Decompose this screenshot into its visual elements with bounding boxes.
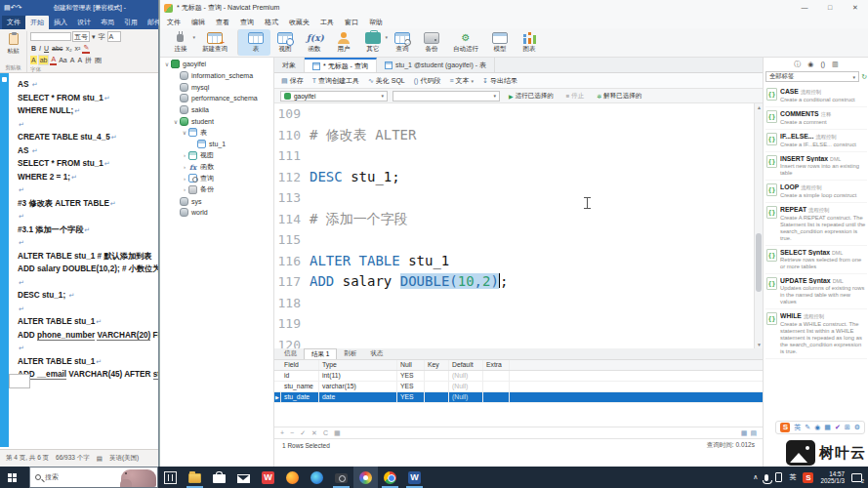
toolbar-chart-button[interactable]: 图表 xyxy=(515,29,544,56)
toolbar-user-button[interactable]: 用户 xyxy=(329,29,358,56)
sogou-tray-icon[interactable]: S xyxy=(803,472,813,483)
toolbar-model-button[interactable]: 模型 xyxy=(485,29,515,56)
tree-item-world[interactable]: world xyxy=(160,207,273,219)
tab-对象[interactable]: 对象 xyxy=(274,58,305,72)
run-selected-button[interactable]: ▶ 运行已选择的 xyxy=(505,92,558,101)
proofing-icon[interactable]: ▤ xyxy=(97,455,103,463)
toolbar-newq-button[interactable]: 新建查询 xyxy=(195,29,234,56)
result-tab-剖析[interactable]: 剖析 xyxy=(337,348,363,359)
stop-loading-icon[interactable]: ▦ xyxy=(334,429,341,437)
tree-item-sys[interactable]: sys xyxy=(160,195,273,207)
tree-item-student[interactable]: ∨student xyxy=(160,115,273,127)
menu-帮助[interactable]: 帮助 xyxy=(369,18,383,27)
table-row[interactable]: ▶stu_datedateYES(Null) xyxy=(274,392,763,403)
menu-查询[interactable]: 查询 xyxy=(240,18,254,27)
microphone-icon[interactable] xyxy=(765,474,768,481)
grid-view-icon[interactable]: ▦ xyxy=(741,429,748,437)
editor-scrollbar[interactable]: ▲ ▼ xyxy=(754,103,763,348)
pen-icon[interactable]: ✎ xyxy=(805,424,810,431)
table-row[interactable]: stu_namevarchar(15)YES(Null) xyxy=(274,382,763,392)
toolbar-conn-button[interactable]: 连接▾ xyxy=(166,29,195,56)
tree-item-gaoyifei[interactable]: ∨gaoyifei xyxy=(160,59,273,70)
snippet-UPDATE Syntax[interactable]: {}UPDATE SyntaxDMLUpdates columns of exi… xyxy=(765,274,867,309)
expander-icon[interactable]: ∨ xyxy=(163,61,171,67)
paste-icon[interactable] xyxy=(9,33,19,45)
ribbon-control[interactable]: Aa xyxy=(58,56,68,64)
menu-查看[interactable]: 查看 xyxy=(216,18,229,27)
close-button[interactable]: ✕ xyxy=(843,0,868,16)
qtool-查询创建工具[interactable]: T查询创建工具 xyxy=(312,76,359,86)
connection-select[interactable]: gaoyifei ▾ xyxy=(280,91,388,102)
column-header-Default[interactable]: Default xyxy=(449,360,483,370)
ribbon-control[interactable]: B xyxy=(30,44,37,53)
hidden-icons-chevron[interactable]: ∧ xyxy=(753,473,758,481)
column-header-Null[interactable]: Null xyxy=(397,360,425,370)
taskbar-task-view[interactable] xyxy=(158,467,183,488)
discard-changes-icon[interactable]: ✕ xyxy=(311,429,317,437)
ribbon-control[interactable]: U xyxy=(43,44,50,53)
tab-stu_1 @student (gaoyifei) - 表[interactable]: stu_1 @student (gaoyifei) - 表 xyxy=(377,58,495,72)
tree-item-mysql[interactable]: mysql xyxy=(160,81,273,93)
toolbar-backup-button[interactable]: 备份 xyxy=(417,29,446,56)
info-icon[interactable]: ⓘ xyxy=(794,60,801,69)
grid-icon[interactable]: ⊞ xyxy=(845,424,850,431)
menu-编辑[interactable]: 编辑 xyxy=(191,18,205,27)
keyboard-icon[interactable]: ▦ xyxy=(824,424,831,431)
column-header-Field[interactable]: Field xyxy=(281,360,319,370)
taskbar-firefox[interactable] xyxy=(280,467,305,488)
snippet-IF...ELSE...[interactable]: {}IF...ELSE...流程控制Create a IF...ELSE... … xyxy=(765,130,867,152)
snippet-icon[interactable]: () xyxy=(820,61,825,67)
word-tab[interactable]: 引用 xyxy=(119,16,143,29)
word-document[interactable]: AS ↵SELECT * FROM stu_1↵WHERE NULL;↵↵CRE… xyxy=(0,73,158,449)
ribbon-control[interactable]: 五号 xyxy=(72,31,90,42)
toolbar-view-button[interactable]: 视图 xyxy=(270,29,300,56)
start-button[interactable] xyxy=(0,467,29,488)
ribbon-control[interactable]: ▾ xyxy=(91,32,97,41)
database-select[interactable]: ▾ xyxy=(393,91,500,102)
connection-tree[interactable]: ∨gaoyifeiinformation_schemamysqlperforma… xyxy=(160,58,274,467)
language-indicator[interactable]: 英语(美国) xyxy=(109,454,139,463)
qtool-导出结果[interactable]: ↧导出结果 xyxy=(482,76,517,86)
expander-icon[interactable]: › xyxy=(181,186,188,192)
tag-filter-select[interactable]: 全部标签 ▾ xyxy=(765,71,859,82)
snippet-INSERT Syntax[interactable]: {}INSERT SyntaxDMLInsert new rows into a… xyxy=(765,152,867,181)
qtool-代码段[interactable]: ()代码段 xyxy=(414,76,441,86)
save-icon[interactable]: ▤ xyxy=(4,4,11,11)
tree-item-视图[interactable]: ›视图 xyxy=(160,150,273,162)
menu-工具[interactable]: 工具 xyxy=(320,18,334,27)
taskbar-edge[interactable] xyxy=(305,467,329,488)
snippet-CASE[interactable]: {}CASE流程控制Create a conditional construct xyxy=(765,85,867,107)
paste-button[interactable]: 粘贴 xyxy=(8,47,20,56)
ime-en-icon[interactable]: 英 xyxy=(794,423,801,432)
column-header-Extra[interactable]: Extra xyxy=(483,360,510,370)
taskbar-chrome[interactable] xyxy=(378,467,402,488)
toolbar-fx-button[interactable]: ƒ(x)函数 xyxy=(300,29,329,56)
add-record-icon[interactable]: + xyxy=(280,429,284,437)
ime-indicator[interactable]: 英 xyxy=(789,472,796,482)
scroll-up-icon[interactable]: ▲ xyxy=(756,104,763,110)
delete-record-icon[interactable]: − xyxy=(290,429,294,437)
toolbar-query-button[interactable]: 查询 xyxy=(388,29,417,56)
column-header-Type[interactable]: Type xyxy=(319,360,397,370)
column-header-Key[interactable]: Key xyxy=(425,360,449,370)
qtool-美化 SQL[interactable]: ∿美化 SQL xyxy=(368,76,405,86)
menu-窗口[interactable]: 窗口 xyxy=(345,18,358,27)
sogou-logo-icon[interactable]: S xyxy=(780,423,790,432)
stop-button[interactable]: ■ 停止 xyxy=(562,92,589,101)
word-tab[interactable]: 设计 xyxy=(72,16,96,29)
tree-item-performance_schema[interactable]: performance_schema xyxy=(160,93,273,104)
tab-* 无标题 - 查询[interactable]: * 无标题 - 查询 xyxy=(305,58,377,72)
snippet-REPEAT[interactable]: {}REPEAT流程控制Create A REPEAT construct. T… xyxy=(765,203,867,246)
clock[interactable]: 14:57 2025/1/3 xyxy=(820,470,845,484)
ribbon-control[interactable]: x² xyxy=(74,44,82,53)
taskbar-recorder[interactable] xyxy=(353,467,378,488)
qtool-文本[interactable]: ≡文本▾ xyxy=(449,76,474,86)
snippet-SELECT Syntax[interactable]: {}SELECT SyntaxDMLRetrieve rows selected… xyxy=(765,246,867,274)
menu-格式[interactable]: 格式 xyxy=(265,18,278,27)
tree-item-information_schema[interactable]: information_schema xyxy=(160,70,273,82)
refresh-icon[interactable]: C xyxy=(323,429,328,437)
word-tab[interactable]: 插入 xyxy=(49,16,72,29)
taskbar-word[interactable]: W xyxy=(402,467,427,488)
phone-icon[interactable] xyxy=(775,472,782,482)
result-tab-信息[interactable]: 信息 xyxy=(277,348,304,359)
